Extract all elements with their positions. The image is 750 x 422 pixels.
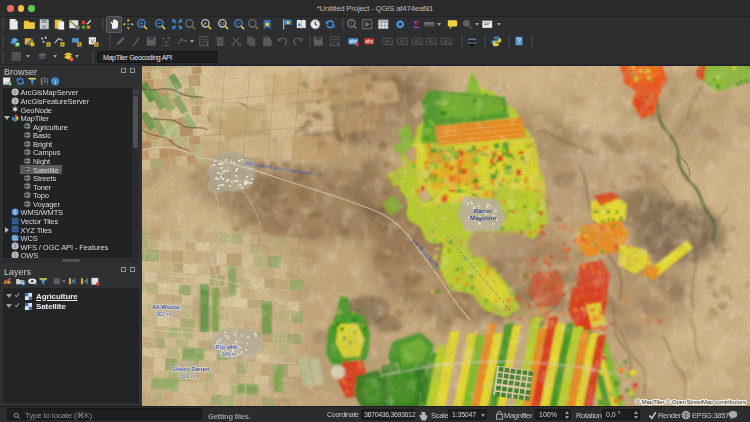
svg-text:© MapTiler © OpenStreetMap co: © MapTiler © OpenStreetMap contributors <box>636 399 746 405</box>
svg-text:ab: ab <box>414 39 420 44</box>
svg-text:Σ: Σ <box>413 18 419 30</box>
svg-text:abc: abc <box>365 39 373 44</box>
svg-text:i: i <box>351 21 352 26</box>
svg-text:ab: ab <box>443 39 449 44</box>
svg-text:1:1: 1:1 <box>220 22 225 26</box>
svg-text:ab: ab <box>399 39 405 44</box>
svg-text:ab: ab <box>384 39 390 44</box>
svg-text:?: ? <box>517 37 521 44</box>
svg-text:ab: ab <box>429 39 435 44</box>
